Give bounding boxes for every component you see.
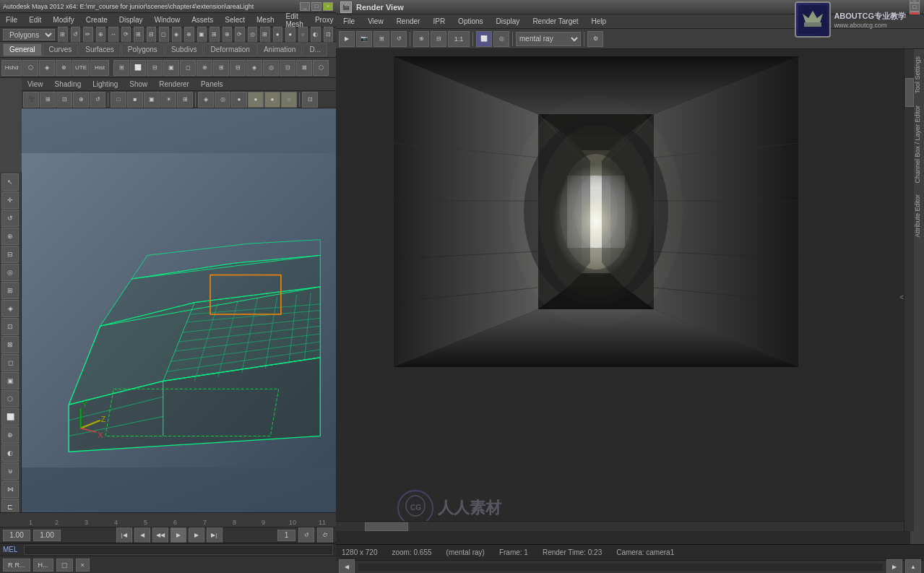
next-frame-button[interactable]: ▶: [189, 527, 204, 543]
renderer-dropdown[interactable]: mental ray Maya Software Maya Hardware: [516, 32, 581, 46]
mode-icon-5[interactable]: ↔: [108, 27, 118, 43]
menu-create[interactable]: Create: [83, 15, 111, 25]
tool9[interactable]: ⊡: [1, 318, 19, 335]
render-btn-1[interactable]: ▶: [339, 31, 355, 47]
shelf-btn-hist[interactable]: Hist: [90, 60, 109, 76]
viewport-menu-shading[interactable]: Shading: [52, 79, 85, 89]
render-menu-options[interactable]: Options: [455, 17, 485, 26]
shelf-poly-8[interactable]: ⊟: [230, 60, 246, 76]
tab-general[interactable]: General: [3, 43, 42, 56]
viewport-menu-panels[interactable]: Panels: [198, 79, 226, 89]
render-restore-button[interactable]: □: [910, 3, 920, 12]
menu-window[interactable]: Window: [152, 15, 183, 25]
play-forward-button[interactable]: ▶: [170, 527, 186, 543]
viewport-menu-view[interactable]: View: [25, 79, 46, 89]
snap-icon[interactable]: ⊡: [324, 27, 334, 43]
vp-btn-render[interactable]: ⊞: [177, 92, 193, 108]
render-btn-6[interactable]: ⊟: [431, 31, 446, 47]
tool18[interactable]: ⋈: [1, 481, 19, 498]
shelf-poly-2[interactable]: ⬜: [130, 60, 146, 76]
command-input[interactable]: [24, 545, 333, 555]
taskbar-hypershade[interactable]: H...: [33, 559, 53, 572]
render-hscroll[interactable]: [358, 563, 884, 572]
tab-animation[interactable]: Animation: [257, 43, 302, 56]
render-menu-view[interactable]: View: [365, 17, 387, 26]
maya-maximize-button[interactable]: □: [311, 2, 321, 11]
tool11[interactable]: ◻: [1, 354, 19, 371]
mode-icon-17[interactable]: ⊞: [260, 27, 270, 43]
mode-icon-9[interactable]: ◻: [159, 27, 169, 43]
maya-close-button[interactable]: ×: [323, 2, 333, 11]
shelf-btn-hshd[interactable]: Hshd: [1, 60, 22, 76]
render-btn-ratio[interactable]: 1:1: [448, 31, 470, 47]
vp-btn-3[interactable]: ⊡: [56, 92, 72, 108]
menu-modify[interactable]: Modify: [50, 15, 77, 25]
mode-dropdown[interactable]: Polygons: [3, 29, 55, 40]
tab-more[interactable]: D...: [303, 43, 327, 56]
viewport-menu-show[interactable]: Show: [126, 79, 150, 89]
menu-file[interactable]: File: [3, 15, 20, 25]
taskbar-render[interactable]: R R...: [3, 559, 30, 572]
render-btn-snap[interactable]: ◎: [493, 31, 509, 47]
vp-btn-motion[interactable]: ●: [264, 92, 280, 108]
mode-icon-1[interactable]: ⊞: [58, 27, 68, 43]
tab-deformation[interactable]: Deformation: [204, 43, 256, 56]
shelf-shape-3[interactable]: ⊕: [56, 60, 72, 76]
tool10[interactable]: ⊠: [1, 336, 19, 353]
mode-icon-15[interactable]: ⟳: [235, 27, 245, 43]
tab-polygons[interactable]: Polygons: [121, 43, 164, 56]
mode-icon-21[interactable]: ◐: [311, 27, 321, 43]
render-menu-file[interactable]: File: [340, 17, 358, 26]
tool12[interactable]: ▣: [1, 372, 19, 389]
shelf-poly-3[interactable]: ⊟: [147, 60, 163, 76]
tool8[interactable]: ◈: [1, 300, 19, 317]
mode-icon-16[interactable]: ◎: [248, 27, 258, 43]
taskbar-minimize-btn[interactable]: ▢: [56, 559, 73, 572]
mode-icon-7[interactable]: ⊞: [134, 27, 144, 43]
mode-icon-14[interactable]: ⊕: [223, 27, 233, 43]
mode-icon-4[interactable]: ⊕: [96, 27, 106, 43]
tool19[interactable]: ⊏: [1, 499, 19, 512]
vp-btn-solid[interactable]: ■: [127, 92, 143, 108]
mode-icon-20[interactable]: ○: [298, 27, 308, 43]
taskbar-close-btn[interactable]: ×: [76, 559, 90, 572]
vp-btn-shadow[interactable]: ◈: [198, 92, 214, 108]
render-menu-help[interactable]: Help: [589, 17, 610, 26]
tool14[interactable]: ⬜: [1, 408, 19, 426]
tab-surfaces[interactable]: Surfaces: [79, 43, 120, 56]
mode-icon-19[interactable]: ●: [285, 27, 295, 43]
move-tool[interactable]: ✛: [1, 191, 19, 209]
tool5[interactable]: ⊟: [1, 246, 19, 263]
shelf-btn-ute[interactable]: UTE: [72, 60, 90, 76]
render-scroll-up[interactable]: ▲: [905, 559, 921, 574]
menu-select[interactable]: Select: [222, 15, 248, 25]
menu-display[interactable]: Display: [116, 15, 146, 25]
start-frame-input[interactable]: [3, 530, 30, 541]
vp-btn-wireframe[interactable]: □: [111, 92, 126, 108]
shelf-poly-7[interactable]: ⊞: [213, 60, 229, 76]
vp-btn-ao[interactable]: ◎: [215, 92, 230, 108]
menu-mesh[interactable]: Mesh: [254, 15, 277, 25]
render-btn-4[interactable]: ↺: [391, 31, 407, 47]
vp-btn-textured[interactable]: ▣: [144, 92, 160, 108]
tab-subdivs[interactable]: Subdivs: [165, 43, 204, 56]
render-menu-target[interactable]: Render Target: [530, 17, 581, 26]
render-btn-2[interactable]: 📷: [356, 31, 372, 47]
mode-icon-2[interactable]: ↺: [71, 27, 81, 43]
tool13[interactable]: ⬡: [1, 390, 19, 408]
vp-btn-1[interactable]: 🎥: [23, 92, 39, 108]
shelf-poly-10[interactable]: ◎: [263, 60, 279, 76]
render-scroll-right[interactable]: ▶: [886, 559, 902, 574]
skip-end-button[interactable]: ▶|: [207, 527, 223, 543]
v-scroll-thumb[interactable]: [905, 78, 914, 107]
render-btn-color[interactable]: ⬜: [476, 31, 492, 47]
mode-icon-6[interactable]: ⟳: [121, 27, 131, 43]
mode-icon-10[interactable]: ◈: [172, 27, 182, 43]
shelf-poly-12[interactable]: ⊠: [296, 60, 312, 76]
play-back-button[interactable]: ◀◀: [152, 527, 168, 543]
mode-icon-8[interactable]: ⊟: [147, 27, 157, 43]
viewport-menu-lighting[interactable]: Lighting: [90, 79, 121, 89]
shelf-poly-6[interactable]: ⊕: [197, 60, 212, 76]
shelf-poly-1[interactable]: ⊞: [113, 60, 129, 76]
render-menu-display[interactable]: Display: [493, 17, 523, 26]
